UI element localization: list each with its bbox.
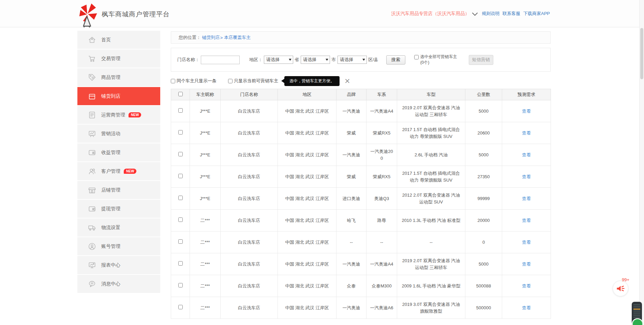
view-link[interactable]: 查看 (522, 109, 531, 114)
column-header-5: 车型 (397, 89, 465, 100)
select-all-checkbox[interactable] (414, 55, 419, 59)
view-link[interactable]: 查看 (522, 152, 531, 157)
sidebar-item-2[interactable]: 商品管理 (77, 68, 160, 86)
megaphone-icon[interactable] (613, 281, 628, 296)
cell-store-name: 白云洗车店 (221, 188, 278, 210)
scrollbar-thumb[interactable] (640, 28, 643, 79)
row-checkbox-cell (171, 144, 190, 166)
district-select[interactable]: 请选择 (338, 56, 367, 64)
sidebar-item-4[interactable]: 运营商管理 NEW (77, 106, 160, 124)
sidebar-item-3[interactable]: 铺货到店 (77, 87, 160, 105)
sidebar-item-0[interactable]: 首页 (77, 31, 160, 49)
row-checkbox[interactable] (178, 283, 183, 287)
row-checkbox[interactable] (178, 152, 183, 156)
options-row: 同个车主只显示一条 只显示当前可营销车主 选中，营销车主更方便。 × (171, 76, 551, 86)
breadcrumb-separator: > (220, 35, 223, 40)
user-circle-icon (88, 242, 96, 251)
view-link[interactable]: 查看 (522, 174, 531, 179)
table-row: J***E 白云洗车店 中国 湖北 武汉 江岸区 一汽奥迪 一汽奥迪A4 201… (171, 100, 551, 122)
cart-icon (88, 54, 96, 63)
select-all-label: 选中全部可营销车主 (0个) (420, 54, 465, 66)
cell-action: 查看 (502, 231, 551, 253)
view-link[interactable]: 查看 (522, 240, 531, 245)
header-checkbox-cell (171, 89, 190, 100)
view-link[interactable]: 查看 (522, 130, 531, 136)
view-link[interactable]: 查看 (522, 305, 531, 310)
cell-action: 查看 (502, 100, 551, 122)
sidebar-item-12[interactable]: 报表中心 (77, 256, 160, 274)
sidebar-item-5[interactable]: 营销活动 (77, 125, 160, 143)
cell-region: 中国 湖北 武汉 江岸区 (278, 166, 336, 188)
row-checkbox[interactable] (178, 130, 183, 135)
filter-panel: 门店名称： 地区： 请选择 省 请选择 市 请选择 区/县 搜索 (171, 48, 551, 72)
row-checkbox-cell (171, 122, 190, 144)
sidebar-item-10[interactable]: 物流设置 (77, 218, 160, 237)
city-suffix: 市 (331, 57, 336, 63)
sidebar-item-7[interactable]: 客户管理 NEW (77, 162, 160, 180)
marketable-only-checkbox[interactable] (228, 79, 233, 83)
option-single-per-owner[interactable]: 同个车主只显示一条 (171, 78, 216, 84)
table-row: J***E 白云洗车店 中国 湖北 武汉 江岸区 一汽奥迪 一汽奥迪200 2.… (171, 144, 551, 166)
cell-series: 一汽奥迪A6 (366, 297, 397, 319)
store-icon (88, 92, 96, 101)
row-checkbox[interactable] (178, 239, 183, 244)
account-name[interactable]: 沃沃汽车用品专营店（沃沃汽车用品） (391, 11, 469, 17)
sidebar-item-9[interactable]: 提现管理 (77, 200, 160, 218)
row-checkbox-cell (171, 275, 190, 297)
store-name-input[interactable] (201, 56, 240, 64)
cell-store-name: 白云洗车店 (221, 100, 278, 122)
cell-region: 中国 湖北 武汉 江岸区 (278, 122, 336, 144)
row-checkbox-cell (171, 231, 190, 253)
nav-link-1[interactable]: 联系客服 (503, 11, 520, 17)
cell-region: 中国 湖北 武汉 江岸区 (278, 275, 336, 297)
cell-mileage: 5000 (465, 253, 502, 275)
sidebar-item-13[interactable]: 消息中心 (77, 275, 160, 293)
breadcrumb-link-section[interactable]: 铺货到店 (202, 34, 220, 41)
store-name-label: 门店名称： (177, 57, 199, 63)
nav-link-2[interactable]: 下载商家APP (523, 11, 550, 17)
shop-icon (88, 186, 96, 195)
row-checkbox[interactable] (178, 174, 183, 178)
table-row: J***E 白云洗车店 中国 湖北 武汉 江岸区 荣威 荣威RX5 2017 1… (171, 166, 551, 188)
cell-mileage: 500000 (465, 297, 502, 319)
sidebar-item-8[interactable]: 店铺管理 (77, 181, 160, 199)
row-checkbox[interactable] (178, 108, 183, 113)
nav-link-0[interactable]: 规则说明 (482, 11, 499, 17)
cell-model: 2019 2.0T 双离合变速器 汽油 运动型 三厢轿车 (397, 100, 465, 122)
view-link[interactable]: 查看 (522, 262, 531, 267)
cell-owner-nickname: 二*** (190, 253, 221, 275)
row-checkbox-cell (171, 100, 190, 122)
search-button[interactable]: 搜索 (386, 55, 405, 65)
cell-action: 查看 (502, 144, 551, 166)
header-checkbox[interactable] (178, 92, 183, 96)
message-icon (88, 280, 96, 288)
row-checkbox[interactable] (178, 217, 183, 222)
cell-region: 中国 湖北 武汉 江岸区 (278, 253, 336, 275)
cell-mileage: 20600 (465, 122, 502, 144)
view-link[interactable]: 查看 (522, 283, 531, 288)
view-link[interactable]: 查看 (522, 196, 531, 201)
row-checkbox[interactable] (178, 261, 183, 266)
sidebar-item-11[interactable]: 账号管理 (77, 237, 160, 255)
close-icon[interactable]: × (344, 77, 350, 85)
header-right: 沃沃汽车用品专营店（沃沃汽车用品） 规则说明 联系客服 下载商家APP (391, 0, 550, 27)
city-select[interactable]: 请选择 (301, 56, 330, 64)
province-select[interactable]: 请选择 (264, 56, 293, 64)
row-checkbox[interactable] (178, 196, 183, 200)
option-marketable-only[interactable]: 只显示当前可营销车主 (228, 78, 278, 84)
sidebar-item-1[interactable]: 交易管理 (77, 50, 160, 68)
province-select-value: 请选择 (266, 57, 280, 63)
row-checkbox-cell (171, 210, 190, 231)
single-per-owner-checkbox[interactable] (171, 79, 175, 83)
sms-marketing-button[interactable]: 短信营销 (469, 55, 493, 65)
view-link[interactable]: 查看 (522, 218, 531, 223)
column-header-6: 公里数 (465, 89, 502, 100)
chevron-down-icon[interactable] (472, 13, 478, 16)
breadcrumb-link-current[interactable]: 本店覆盖车主 (224, 34, 251, 41)
sidebar-item-6[interactable]: 收益管理 (77, 143, 160, 161)
cell-owner-nickname: J***E (190, 122, 221, 144)
cell-brand: -- (336, 231, 366, 253)
cell-store-name: 白云洗车店 (221, 122, 278, 144)
vertical-scrollbar[interactable] (639, 0, 644, 325)
row-checkbox[interactable] (178, 305, 183, 309)
